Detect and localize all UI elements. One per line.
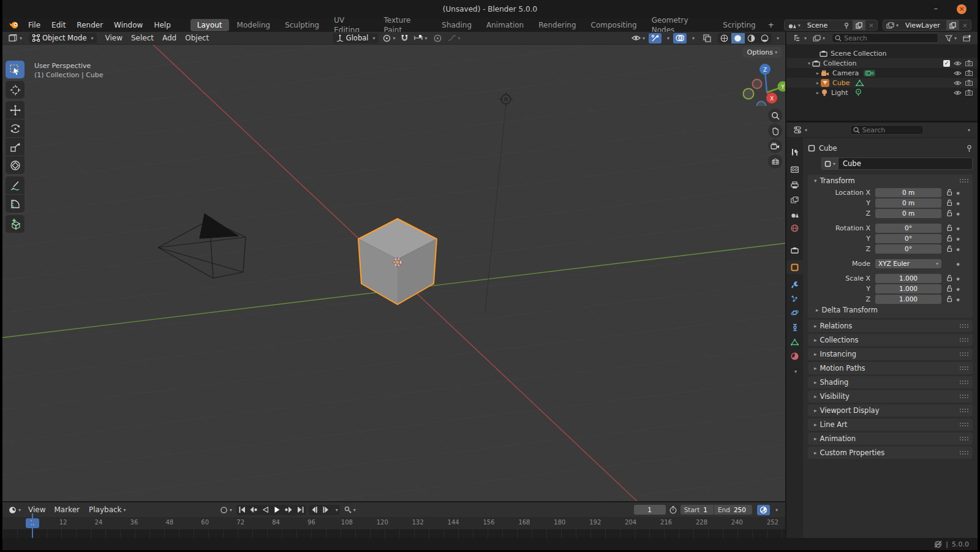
collection-checkbox[interactable]: ✓ <box>943 60 950 67</box>
render-camera-icon[interactable] <box>965 80 973 86</box>
shading-wireframe-button[interactable] <box>718 33 731 43</box>
tab-object-data[interactable] <box>786 335 803 349</box>
viewport-menu-add[interactable]: Add <box>158 32 181 45</box>
tab-physics[interactable] <box>786 306 803 319</box>
tool-move[interactable] <box>6 101 24 119</box>
orthographic-toggle-button[interactable] <box>768 154 782 168</box>
panel-animation[interactable]: ▸Animation <box>808 433 973 445</box>
play-button[interactable] <box>271 505 283 515</box>
outliner-row-scene-collection[interactable]: Scene Collection <box>786 48 978 58</box>
tool-cursor[interactable] <box>6 81 24 99</box>
pin-icon[interactable] <box>966 145 973 152</box>
visibility-dropdown-button[interactable]: ▾ <box>629 33 647 43</box>
new-view-layer-button[interactable] <box>946 20 959 30</box>
scale-y-field[interactable]: 1.000 <box>875 284 941 293</box>
outliner-row-collection[interactable]: ▾ Collection ✓ <box>786 58 978 68</box>
overlays-dropdown[interactable]: ▾ <box>688 33 697 43</box>
rotation-x-field[interactable]: 0° <box>875 224 941 233</box>
drag-handle[interactable] <box>959 394 968 399</box>
render-camera-icon[interactable] <box>965 70 973 76</box>
navigation-gizmo[interactable]: Z Y X <box>735 55 785 106</box>
tab-particles[interactable] <box>786 292 803 305</box>
editor-type-button[interactable]: ▾ <box>6 33 24 43</box>
tool-measure[interactable] <box>6 195 24 213</box>
timeline-menu-playback[interactable]: Playback ▾ <box>85 505 130 515</box>
timeline-menu-marker[interactable]: Marker <box>50 504 84 516</box>
play-reverse-button[interactable] <box>260 505 271 515</box>
tab-animation[interactable]: Animation <box>480 19 530 31</box>
drag-handle[interactable] <box>959 366 968 371</box>
pivot-point-button[interactable]: ▾ <box>380 33 398 43</box>
pin-icon[interactable] <box>840 20 853 30</box>
lock-icon[interactable] <box>944 189 954 196</box>
light-gizmo[interactable] <box>499 93 513 106</box>
panel-line-art[interactable]: ▸Line Art <box>808 418 973 431</box>
tab-modifiers[interactable] <box>786 278 803 291</box>
render-camera-icon[interactable] <box>965 89 973 96</box>
filter-icon[interactable]: ▾ <box>943 33 959 43</box>
frame-step-dropdown[interactable]: ▾ <box>332 505 340 515</box>
render-camera-icon[interactable] <box>965 60 973 66</box>
tabs-overflow-chevron[interactable]: ▾ <box>786 365 803 378</box>
close-button[interactable]: × <box>957 4 967 14</box>
panel-motion-paths[interactable]: ▸Motion Paths <box>808 362 973 374</box>
outliner-row-camera[interactable]: ▸ Camera <box>786 68 978 78</box>
viewport-menu-select[interactable]: Select <box>127 32 158 45</box>
drag-handle[interactable] <box>959 323 968 328</box>
location-y-field[interactable]: 0 m <box>875 198 941 208</box>
outliner-display-mode-button[interactable]: ▾ <box>810 33 827 43</box>
tool-annotate[interactable] <box>6 176 24 194</box>
shading-solid-button[interactable] <box>731 33 745 43</box>
drag-handle[interactable] <box>959 380 968 385</box>
viewport-menu-view[interactable]: View <box>100 32 126 45</box>
light-data-icon[interactable] <box>855 89 862 96</box>
animate-dot[interactable]: ● <box>954 276 962 281</box>
scene-browse-button[interactable]: ▾ <box>785 20 804 30</box>
blender-logo-icon[interactable] <box>9 21 19 29</box>
stopwatch-icon[interactable] <box>669 506 677 514</box>
lock-icon[interactable] <box>944 245 954 252</box>
xray-toggle-button[interactable] <box>701 33 714 43</box>
animate-dot[interactable]: ● <box>954 201 962 205</box>
tab-tool[interactable] <box>786 145 803 159</box>
panel-instancing[interactable]: ▸Instancing <box>808 348 973 360</box>
drag-handle[interactable] <box>959 436 968 441</box>
pan-view-button[interactable] <box>768 124 782 138</box>
lock-icon[interactable] <box>944 295 954 303</box>
menu-edit[interactable]: Edit <box>46 18 71 32</box>
tab-object[interactable] <box>786 260 803 274</box>
panel-shading[interactable]: ▸Shading <box>808 376 973 388</box>
mode-selector[interactable]: Object Mode ▾ <box>29 33 97 43</box>
camera-view-button[interactable] <box>768 139 782 153</box>
next-keyframe-button[interactable] <box>283 505 295 515</box>
keying-set-button[interactable]: ▾ <box>342 505 358 515</box>
view-layer-browse-button[interactable]: ▾ <box>883 20 902 30</box>
viewport-menu-object[interactable]: Object <box>181 32 213 45</box>
tab-modeling[interactable]: Modeling <box>230 19 277 31</box>
tab-rendering[interactable]: Rendering <box>532 19 582 31</box>
proportional-falloff-button[interactable]: ▾ <box>445 33 463 43</box>
animate-dot[interactable]: ● <box>954 211 962 216</box>
transform-orientation-selector[interactable]: Global ▾ <box>333 33 379 43</box>
snap-target-button[interactable]: ▾ <box>412 33 429 43</box>
tab-view-layer[interactable] <box>786 193 803 206</box>
tool-add-primitive[interactable] <box>6 215 24 233</box>
tab-shading[interactable]: Shading <box>435 19 478 31</box>
outliner-row-cube[interactable]: ▸ Cube <box>786 78 978 88</box>
jump-to-end-button[interactable] <box>295 505 306 515</box>
tab-collection[interactable] <box>786 243 803 257</box>
snapping-magnet-button[interactable] <box>399 33 410 43</box>
animate-dot[interactable]: ● <box>954 236 962 241</box>
outliner-editor-type-button[interactable]: ▾ <box>791 33 809 43</box>
drag-handle[interactable] <box>959 352 968 357</box>
animate-dot[interactable]: ● <box>954 297 962 301</box>
prev-keyframe-button[interactable] <box>248 505 260 515</box>
lock-icon[interactable] <box>944 274 954 282</box>
current-frame-field[interactable]: 1 <box>634 505 666 515</box>
shading-material-button[interactable] <box>745 33 758 43</box>
tool-select-box[interactable] <box>6 61 24 78</box>
hide-eye-icon[interactable] <box>954 70 962 76</box>
new-collection-button[interactable] <box>960 33 974 43</box>
properties-editor-type-button[interactable]: ▾ <box>791 125 810 135</box>
view-layer-name[interactable]: ViewLayer <box>902 21 946 29</box>
